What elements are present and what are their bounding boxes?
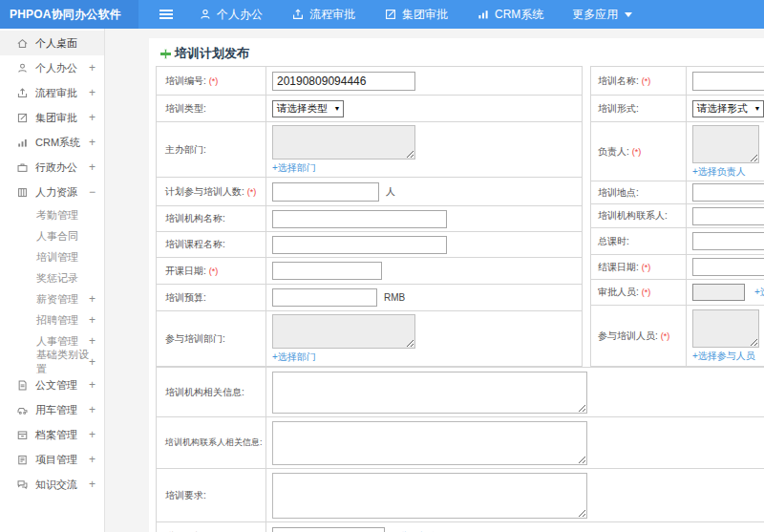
expand-icon[interactable]: + <box>89 61 96 74</box>
expand-icon[interactable]: + <box>89 453 96 466</box>
budget-input[interactable] <box>272 288 377 307</box>
sidebar-item-personal-desktop[interactable]: 个人桌面 <box>0 31 104 55</box>
expand-icon[interactable]: + <box>89 355 96 369</box>
total-hours-input[interactable] <box>692 232 764 250</box>
training-place-input[interactable] <box>692 183 764 202</box>
sidebar-item-label: CRM系统 <box>35 136 80 150</box>
home-icon <box>16 37 29 50</box>
training-form-select[interactable]: 请选择形式▼ <box>692 100 764 117</box>
select-leader-link[interactable]: +选择负责人 <box>692 165 746 179</box>
nav-group-approval[interactable]: 集团审批 <box>370 0 462 29</box>
field-label: 培训机构相关信息: <box>165 386 244 399</box>
participate-dept-box[interactable] <box>272 314 415 349</box>
user-icon <box>16 62 29 74</box>
nav-crm[interactable]: CRM系统 <box>462 0 558 29</box>
form-row-approver: 审批人员:(*) +选择审批人员 <box>591 280 764 306</box>
form-row-start-date: 开课日期:(*) <box>157 258 582 285</box>
sidebar-item-human-resources[interactable]: 人力资源 − <box>0 180 104 204</box>
sidebar-item-admin-office[interactable]: 行政办公 + <box>0 155 104 180</box>
menu-toggle-button[interactable] <box>154 0 179 29</box>
form-row-total-hours: 总课时: <box>591 228 764 255</box>
participants-box[interactable] <box>692 309 759 348</box>
expand-icon[interactable]: + <box>89 111 96 124</box>
form-row-org-contact: 培训机构联系人: <box>591 204 764 228</box>
attachment-input[interactable] <box>272 527 385 532</box>
sidebar-item-recruit-mgmt[interactable]: 招聘管理+ <box>0 309 104 330</box>
sidebar-item-training-mgmt[interactable]: 培训管理 <box>0 246 104 267</box>
page-title: 培训计划发布 <box>156 43 764 64</box>
expand-icon[interactable]: + <box>89 378 96 392</box>
edit-icon <box>384 8 397 21</box>
org-contact-info-textarea[interactable] <box>272 421 587 465</box>
form-row-org-info: 培训机构相关信息: <box>157 368 764 417</box>
sidebar-item-vehicle-mgmt[interactable]: 用车管理 + <box>0 397 104 422</box>
training-require-textarea[interactable] <box>272 473 587 519</box>
document-icon <box>16 379 29 392</box>
field-label: 培训机构名称: <box>165 212 225 225</box>
sidebar-item-project-mgmt[interactable]: 项目管理 + <box>0 447 104 472</box>
org-name-input[interactable] <box>272 210 447 228</box>
org-contact-input[interactable] <box>692 207 764 225</box>
unit-suffix: 人 <box>386 185 395 199</box>
expand-icon[interactable]: + <box>89 478 96 491</box>
training-no-input[interactable] <box>272 72 415 91</box>
course-name-input[interactable] <box>272 236 447 254</box>
user-icon <box>199 8 212 21</box>
training-name-input[interactable] <box>692 72 764 91</box>
host-dept-box[interactable] <box>272 125 415 160</box>
end-date-input[interactable] <box>692 258 764 276</box>
select-participants-link[interactable]: +选择参与人员 <box>692 350 755 363</box>
required-mark: (*) <box>642 287 651 297</box>
sidebar-item-workflow-approval[interactable]: 流程审批 + <box>0 80 104 105</box>
required-mark: (*) <box>632 147 642 157</box>
sidebar-item-crm[interactable]: CRM系统 + <box>0 130 104 155</box>
sidebar-item-label: 知识交流 <box>35 478 77 492</box>
sidebar-item-salary-mgmt[interactable]: 薪资管理+ <box>0 288 104 309</box>
form-table-bottom: 培训机构相关信息: 培训机构联系人相关信息: 培训要求: 附件资料: +附件上传 <box>156 367 764 532</box>
sidebar-item-reward-records[interactable]: 奖惩记录 <box>0 267 104 288</box>
flow-icon <box>16 87 29 99</box>
form-row-participate-dept: 参与培训部门: +选择部门 <box>157 311 582 367</box>
expand-icon[interactable]: + <box>89 86 96 99</box>
planned-participants-input[interactable] <box>272 182 379 202</box>
org-info-textarea[interactable] <box>272 372 587 414</box>
approver-box[interactable] <box>692 284 745 301</box>
form-row-training-name: 培训名称:(*) <box>591 67 764 96</box>
field-label: 培训形式: <box>598 102 639 116</box>
nav-workflow-approval[interactable]: 流程审批 <box>277 0 370 29</box>
sidebar-item-hr-contract[interactable]: 人事合同 <box>0 225 104 246</box>
expand-icon[interactable]: + <box>89 403 96 416</box>
leader-box[interactable] <box>692 125 759 163</box>
expand-icon[interactable]: + <box>89 136 96 149</box>
form-row-course-name: 培训课程名称: <box>157 232 582 258</box>
expand-icon[interactable]: + <box>89 334 96 348</box>
select-dept-link[interactable]: +选择部门 <box>272 161 316 175</box>
chart-icon <box>477 8 490 21</box>
chart-icon <box>16 137 29 149</box>
sidebar-item-knowledge-exchange[interactable]: 知识交流 + <box>0 472 104 497</box>
sidebar-item-label: 薪资管理 <box>36 292 78 307</box>
sidebar-item-attendance-mgmt[interactable]: 考勤管理 <box>0 204 104 225</box>
sidebar-item-label: 考勤管理 <box>36 208 78 223</box>
table-gap <box>583 66 590 367</box>
expand-icon[interactable]: + <box>89 428 96 441</box>
caret-down-icon: ▼ <box>754 105 761 112</box>
select-dept-link[interactable]: +选择部门 <box>272 351 316 364</box>
select-approver-link[interactable]: +选择审批人员 <box>754 286 764 299</box>
sidebar-item-group-approval[interactable]: 集团审批 + <box>0 105 104 130</box>
sidebar-item-base-category-settings[interactable]: 基础类别设置+ <box>0 351 104 372</box>
field-label: 培训机构联系人相关信息: <box>165 436 263 449</box>
expand-icon[interactable]: + <box>89 313 96 327</box>
sidebar: 个人桌面 个人办公 + 流程审批 + 集团审批 + CRM系统 + 行政办公 + <box>0 29 105 532</box>
sidebar-item-archive-mgmt[interactable]: 档案管理 + <box>0 422 104 447</box>
add-plus-icon <box>160 49 171 59</box>
nav-personal-office[interactable]: 个人办公 <box>184 0 277 29</box>
expand-icon[interactable]: + <box>89 292 96 306</box>
nav-more-apps[interactable]: 更多应用 <box>558 0 647 29</box>
form-row-org-name: 培训机构名称: <box>157 206 582 232</box>
collapse-icon[interactable]: − <box>89 185 96 199</box>
expand-icon[interactable]: + <box>89 160 96 174</box>
training-type-select[interactable]: 请选择类型▼ <box>272 100 344 117</box>
sidebar-item-personal-office[interactable]: 个人办公 + <box>0 55 104 80</box>
start-date-input[interactable] <box>272 262 382 280</box>
